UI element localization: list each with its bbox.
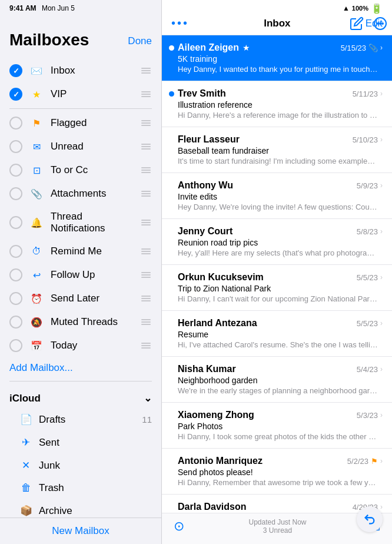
mailbox-item-to-cc[interactable]: ⊡ To or Cc [0,158,161,182]
unread-checkbox[interactable] [9,140,22,153]
drafts-label: Drafts [39,414,136,426]
thread-notif-drag-handle[interactable] [140,218,152,227]
top-right-actions [350,16,387,34]
mailbox-item-send-later[interactable]: ⏰ Send Later [0,287,161,310]
archive-label: Archive [39,505,152,517]
send-later-drag-handle[interactable] [140,294,152,303]
thread-notif-checkbox[interactable] [9,216,22,229]
drafts-icon: 📄 [19,413,33,426]
send-later-icon: ⏰ [28,292,45,305]
follow-up-checkbox[interactable] [9,268,22,281]
email-preview-6: Hi Danny, I can't wait for our upcoming … [178,294,378,303]
flagged-drag-handle[interactable] [140,119,152,127]
new-mailbox-button[interactable]: New Mailbox [0,518,161,544]
muted-drag-handle[interactable] [140,318,152,326]
email-item-2[interactable]: Trev Smith 5/11/23› Illustration referen… [162,81,392,127]
filter-icon[interactable]: ⊙ [174,519,184,534]
follow-up-label: Follow Up [51,269,134,281]
inbox-more-dots[interactable]: ••• [171,16,189,30]
attachments-drag-handle[interactable] [140,190,152,198]
done-button[interactable]: Done [128,35,152,49]
email-sender-10: Antonio Manriquez [178,456,263,466]
icloud-item-archive[interactable]: 📦 Archive [0,499,161,518]
email-subject-8: Neighborhood garden [178,376,383,385]
email-date-5: 5/8/23› [357,227,383,236]
mailbox-item-muted-threads[interactable]: 🔕 Muted Threads [0,310,161,334]
remind-drag-handle[interactable] [140,247,152,256]
email-item-9[interactable]: Xiaomeng Zhong 5/3/23› Park Photos Hi Da… [162,403,392,449]
svg-point-1 [377,23,378,24]
tocc-checkbox[interactable] [9,164,22,177]
email-sender-6: Orkun Kucuksevim [178,272,264,283]
email-subject-2: Illustration reference [178,100,383,110]
icloud-item-sent[interactable]: ✈ Sent [0,431,161,454]
send-later-label: Send Later [51,293,134,304]
mailbox-item-today[interactable]: 📅 Today [0,334,161,357]
mailbox-item-inbox[interactable]: ✉️ Inbox [0,59,161,82]
email-item-6[interactable]: Orkun Kucuksevim 5/5/23› Trip to Zion Na… [162,265,392,311]
icloud-item-drafts[interactable]: 📄 Drafts 11 [0,408,161,431]
email-item-10[interactable]: Antonio Manriquez 5/2/23 ⚑ › Send photos… [162,449,392,495]
svg-point-3 [382,23,383,24]
add-mailbox-link[interactable]: Add Mailbox... [0,357,161,379]
email-list: Aileen Zeigen ★ 5/15/23 📎 › 5K training … [162,35,392,513]
compose-icon[interactable] [350,16,364,34]
reply-icon[interactable] [357,506,383,532]
email-item-8[interactable]: Nisha Kumar 5/4/23› Neighborhood garden … [162,357,392,403]
inbox-checkbox[interactable] [9,64,22,77]
mailbox-item-flagged[interactable]: ⚑ Flagged [0,111,161,135]
battery-icon: 🔋 [371,3,383,14]
read-indicator-10 [169,459,174,464]
email-item-7[interactable]: Herland Antezana 5/5/23› Resume Hi, I've… [162,311,392,357]
svg-point-2 [380,23,381,24]
email-sender-1: Aileen Zeigen [178,42,239,53]
read-indicator-4 [169,183,174,188]
email-preview-1: Hey Danny, I wanted to thank you for put… [178,65,378,74]
today-checkbox[interactable] [9,339,22,352]
tocc-drag-handle[interactable] [140,166,152,174]
more-circle-icon[interactable] [373,16,387,34]
mailbox-item-thread-notifications[interactable]: 🔔 Thread Notifications [0,205,161,240]
status-bar: 9:41 AM Mon Jun 5 ▲ 100% 🔋 [0,0,392,16]
email-item-4[interactable]: Anthony Wu 5/9/23› Invite edits Hey Dann… [162,173,392,219]
icloud-label: iCloud [9,393,41,404]
email-item-1[interactable]: Aileen Zeigen ★ 5/15/23 📎 › 5K training … [162,35,392,81]
icloud-item-trash[interactable]: 🗑 Trash [0,477,161,499]
vip-checkbox[interactable] [9,88,22,101]
junk-label: Junk [39,460,152,472]
mailbox-item-unread[interactable]: ✉ Unread [0,135,161,158]
inbox-drag-handle[interactable] [140,67,152,75]
unread-drag-handle[interactable] [140,142,152,151]
unread-count-text: 3 Unread [248,526,306,535]
email-date-10: 5/2/23 ⚑ › [347,457,383,466]
today-drag-handle[interactable] [140,341,152,350]
mailbox-item-attachments[interactable]: 📎 Attachments [0,182,161,205]
muted-label: Muted Threads [51,316,134,328]
mailbox-item-remind-me[interactable]: ⏱ Remind Me [0,240,161,263]
icloud-item-junk[interactable]: ✕ Junk [0,454,161,477]
email-sender-4: Anthony Wu [178,180,233,191]
email-item-3[interactable]: Fleur Lasseur 5/10/23› Baseball team fun… [162,127,392,173]
inbox-label: Inbox [51,65,134,77]
follow-up-icon: ↩ [28,268,45,281]
mailbox-item-vip[interactable]: ★ VIP [0,82,161,106]
email-item-11[interactable]: Darla Davidson 4/29/23› The best vacatio… [162,495,392,513]
email-sender-3: Fleur Lasseur [178,134,240,145]
section-divider-1 [9,108,152,109]
muted-checkbox[interactable] [9,316,22,329]
mailbox-item-follow-up[interactable]: ↩ Follow Up [0,263,161,287]
email-subject-10: Send photos please! [178,467,383,477]
attachments-icon: 📎 [28,187,45,200]
email-item-5[interactable]: Jenny Court 5/8/23› Reunion road trip pi… [162,219,392,265]
remind-checkbox[interactable] [9,245,22,258]
vip-drag-handle[interactable] [140,90,152,98]
icloud-header[interactable]: iCloud ⌄ [0,389,161,408]
inbox-title: Inbox [264,18,290,29]
status-right: ▲ 100% 🔋 [343,3,383,14]
follow-up-drag-handle[interactable] [140,271,152,279]
flagged-checkbox[interactable] [9,117,22,130]
email-subject-5: Reunion road trip pics [178,238,383,247]
send-later-checkbox[interactable] [9,292,22,305]
attachments-checkbox[interactable] [9,187,22,200]
status-time: 9:41 AM Mon Jun 5 [9,4,75,12]
